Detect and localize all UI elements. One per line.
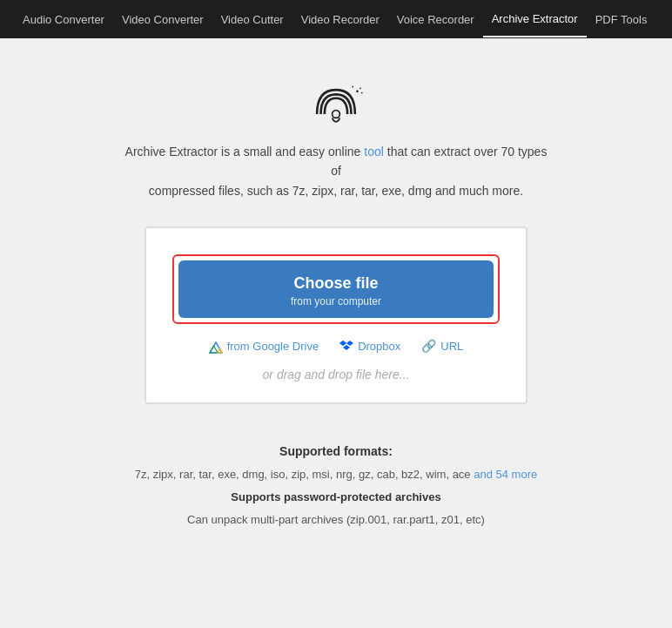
url-label: URL <box>440 340 463 353</box>
svg-point-4 <box>333 111 340 118</box>
svg-marker-5 <box>210 342 222 353</box>
google-drive-link[interactable]: from Google Drive <box>209 339 319 354</box>
nav-video-recorder[interactable]: Video Recorder <box>292 3 388 37</box>
nav-video-cutter[interactable]: Video Cutter <box>212 3 292 37</box>
formats-title: Supported formats: <box>135 439 537 463</box>
archive-extractor-icon <box>306 73 366 125</box>
svg-marker-11 <box>339 341 346 346</box>
svg-marker-9 <box>346 341 353 346</box>
choose-file-wrapper: Choose file from your computer <box>172 254 500 324</box>
formats-list: 7z, zipx, rar, tar, exe, dmg, iso, zip, … <box>135 463 537 486</box>
hero-description: Archive Extractor is a small and easy on… <box>118 142 554 200</box>
formats-more-link[interactable]: and 54 more <box>474 468 537 481</box>
google-drive-label: from Google Drive <box>227 340 319 353</box>
svg-marker-10 <box>343 345 350 350</box>
nav-bar: Audio Converter Video Converter Video Cu… <box>0 0 672 38</box>
nav-voice-recorder[interactable]: Voice Recorder <box>388 3 483 37</box>
svg-point-1 <box>360 87 361 89</box>
url-icon: 🔗 <box>421 339 436 353</box>
url-link[interactable]: 🔗 URL <box>421 339 463 353</box>
drag-drop-text: or drag and drop file here... <box>263 368 410 382</box>
svg-point-3 <box>352 86 353 88</box>
feature-multipart: Can unpack multi-part archives (zip.001,… <box>135 509 537 531</box>
desc-text-before: Archive Extractor is a small and easy on… <box>125 145 365 159</box>
nav-pdf-tools[interactable]: PDF Tools <box>587 3 656 37</box>
nav-audio-converter[interactable]: Audio Converter <box>14 3 113 37</box>
svg-marker-6 <box>210 346 218 353</box>
choose-file-button[interactable]: Choose file from your computer <box>178 260 494 318</box>
desc-tool-link[interactable]: tool <box>364 145 384 159</box>
nav-video-converter[interactable]: Video Converter <box>113 3 212 37</box>
choose-file-sub-label: from your computer <box>291 295 381 307</box>
dropbox-link[interactable]: Dropbox <box>339 338 400 354</box>
choose-file-main-label: Choose file <box>293 274 378 293</box>
upload-box: Choose file from your computer from Goog… <box>144 226 528 404</box>
hero-icon-area <box>306 73 366 128</box>
svg-point-2 <box>361 92 363 94</box>
formats-text: 7z, zipx, rar, tar, exe, dmg, iso, zip, … <box>135 468 471 481</box>
formats-section: Supported formats: 7z, zipx, rar, tar, e… <box>135 439 537 531</box>
svg-point-0 <box>356 91 359 93</box>
dropbox-label: Dropbox <box>358 340 400 353</box>
feature-password: Supports password-protected archives <box>135 486 537 509</box>
dropbox-icon <box>339 338 353 354</box>
source-links: from Google Drive Dropbox 🔗 URL <box>209 338 464 354</box>
nav-archive-extractor[interactable]: Archive Extractor <box>483 2 587 37</box>
main-content: Archive Extractor is a small and easy on… <box>0 38 672 566</box>
google-drive-icon <box>209 339 223 354</box>
